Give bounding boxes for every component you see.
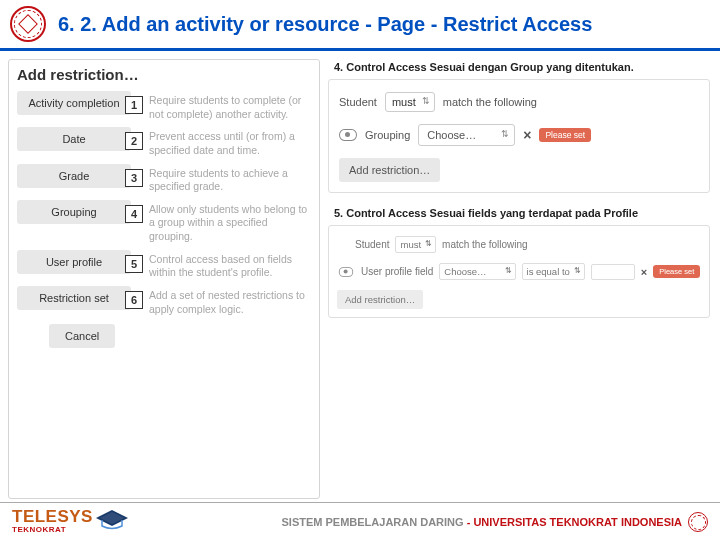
restriction-desc: Require students to achieve a specified … [137, 164, 311, 197]
must-select[interactable]: must [385, 92, 435, 112]
brand-name: TELESYS [12, 509, 93, 524]
footer: TELESYS TEKNOKRAT SISTEM PEMBELAJARAN DA… [0, 502, 720, 540]
grouping-choose-select[interactable]: Choose… [418, 124, 515, 146]
callout-marker: 5 [125, 255, 143, 273]
restriction-row: Grade 3 Require students to achieve a sp… [17, 164, 311, 197]
footer-text-red: - UNIVERSITAS TEKNOKRAT INDONESIA [467, 516, 682, 528]
graduation-cap-icon [96, 508, 128, 536]
callout-marker: 3 [125, 169, 143, 187]
page-title: 6. 2. Add an activity or resource - Page… [58, 13, 592, 36]
profile-rule-row: User profile field Choose… is equal to ×… [337, 263, 701, 280]
restriction-desc: Require students to complete (or not com… [137, 91, 311, 124]
is-equal-to-select[interactable]: is equal to [522, 263, 585, 280]
institution-logo-small [688, 512, 708, 532]
callout-marker: 1 [125, 96, 143, 114]
callout-marker: 4 [125, 205, 143, 223]
profile-choose-select[interactable]: Choose… [439, 263, 515, 280]
telesys-brand: TELESYS TEKNOKRAT [12, 508, 128, 536]
please-set-badge: Please set [653, 265, 700, 278]
match-rule-row: Student must match the following [337, 236, 701, 253]
add-restriction-dialog: Add restriction… Activity completion 1 R… [8, 59, 320, 499]
activity-completion-button[interactable]: Activity completion [17, 91, 131, 115]
profile-restriction-panel: Student must match the following User pr… [328, 225, 710, 318]
student-label: Student [339, 96, 377, 108]
match-rule-row: Student must match the following [339, 92, 699, 112]
restriction-desc: Prevent access until (or from) a specifi… [137, 127, 311, 160]
restriction-row: Grouping 4 Allow only students who belon… [17, 200, 311, 247]
restriction-row: User profile 5 Control access based on f… [17, 250, 311, 283]
cancel-button[interactable]: Cancel [49, 324, 115, 348]
restriction-row: Restriction set 6 Add a set of nested re… [17, 286, 311, 319]
user-profile-button[interactable]: User profile [17, 250, 131, 274]
footer-text-gray: SISTEM PEMBELAJARAN DARING [281, 516, 466, 528]
eye-icon[interactable] [339, 129, 357, 141]
restriction-row: Activity completion 1 Require students t… [17, 91, 311, 124]
callout-marker: 2 [125, 132, 143, 150]
institution-logo [10, 6, 46, 42]
restriction-desc: Allow only students who belong to a grou… [137, 200, 311, 247]
step4-label: 4. Control Access Sesuai dengan Group ya… [334, 61, 710, 73]
user-profile-field-label: User profile field [361, 266, 433, 277]
content: Add restriction… Activity completion 1 R… [0, 51, 720, 503]
grouping-rule-row: Grouping Choose… × Please set [339, 124, 699, 146]
student-label: Student [355, 239, 389, 250]
profile-value-input[interactable] [591, 264, 635, 280]
footer-right: SISTEM PEMBELAJARAN DARING - UNIVERSITAS… [281, 512, 708, 532]
match-text: match the following [442, 239, 528, 250]
grouping-restriction-panel: Student must match the following Groupin… [328, 79, 710, 193]
grouping-button[interactable]: Grouping [17, 200, 131, 224]
grouping-label: Grouping [365, 129, 410, 141]
close-icon[interactable]: × [523, 127, 531, 143]
grade-button[interactable]: Grade [17, 164, 131, 188]
restriction-row: Date 2 Prevent access until (or from) a … [17, 127, 311, 160]
add-restriction-button[interactable]: Add restriction… [337, 290, 423, 309]
header: 6. 2. Add an activity or resource - Page… [0, 0, 720, 51]
right-column: 4. Control Access Sesuai dengan Group ya… [328, 59, 710, 499]
match-text: match the following [443, 96, 537, 108]
close-icon[interactable]: × [641, 266, 647, 278]
add-restriction-button[interactable]: Add restriction… [339, 158, 440, 182]
restriction-desc: Add a set of nested restrictions to appl… [137, 286, 311, 319]
step5-label: 5. Control Access Sesuai fields yang ter… [334, 207, 710, 219]
date-button[interactable]: Date [17, 127, 131, 151]
eye-icon[interactable] [339, 267, 353, 277]
must-select[interactable]: must [395, 236, 436, 253]
dialog-title: Add restriction… [17, 66, 311, 83]
restriction-set-button[interactable]: Restriction set [17, 286, 131, 310]
please-set-badge: Please set [539, 128, 591, 142]
restriction-desc: Control access based on fields within th… [137, 250, 311, 283]
callout-marker: 6 [125, 291, 143, 309]
